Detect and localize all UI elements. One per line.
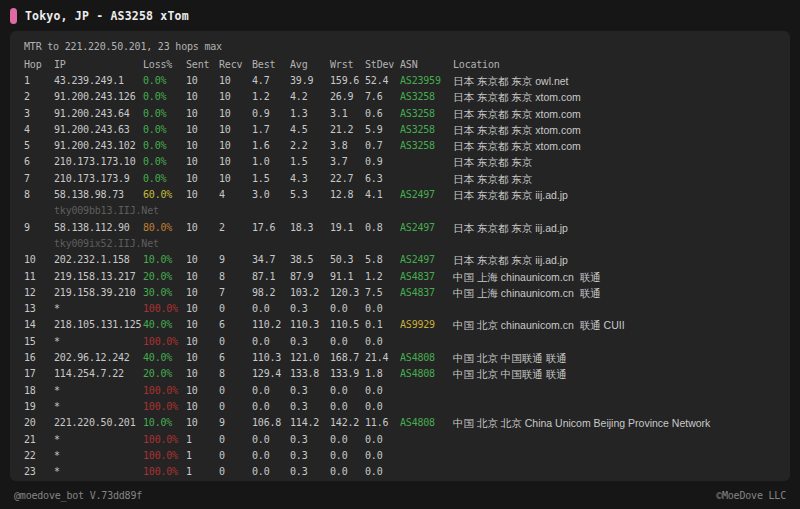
cell-best: 110.2 — [252, 317, 290, 333]
cell-hop: 17 — [24, 366, 54, 382]
cell-loc: 日本 东京都 东京 — [453, 154, 790, 170]
cell-avg: 38.5 — [290, 252, 330, 268]
cell-best: 4.7 — [252, 73, 290, 89]
cell-sent: 10 — [186, 187, 219, 203]
cell-recv: 0 — [219, 399, 252, 415]
cell-avg: 1.5 — [290, 154, 330, 170]
cell-avg: 110.3 — [290, 317, 330, 333]
cell-loss: 10.0% — [143, 252, 186, 268]
cell-loss: 20.0% — [143, 269, 186, 285]
cell-hop: 18 — [24, 383, 54, 399]
cell-recv: 0 — [219, 448, 252, 464]
cell-asn: AS2497 — [400, 220, 453, 236]
footer-copyright: ©MoeDove LLC — [716, 490, 786, 501]
table-row: 291.200.243.1260.0%10101.24.226.97.6AS32… — [24, 89, 790, 105]
cell-hop: 6 — [24, 154, 54, 170]
cell-stdev: 0.0 — [365, 464, 400, 480]
cell-wrst: 3.7 — [330, 154, 365, 170]
cell-recv: 0 — [219, 301, 252, 317]
cell-loc: 日本 东京都 东京 xtom.com — [453, 138, 790, 154]
cell-asn — [400, 301, 453, 317]
cell-avg: 2.2 — [290, 138, 330, 154]
cell-asn — [400, 383, 453, 399]
cell-hop: 4 — [24, 122, 54, 138]
cell-avg: 0.3 — [290, 334, 330, 350]
cell-avg: 87.9 — [290, 269, 330, 285]
cell-loss: 40.0% — [143, 350, 186, 366]
cell-wrst: 3.8 — [330, 138, 365, 154]
cell-stdev: 52.4 — [365, 73, 400, 89]
cell-recv: 10 — [219, 122, 252, 138]
cell-hop: 12 — [24, 285, 54, 301]
cell-asn — [400, 464, 453, 480]
cell-wrst: 0.0 — [330, 334, 365, 350]
cell-wrst: 110.5 — [330, 317, 365, 333]
cell-stdev: 5.8 — [365, 252, 400, 268]
table-row: 18*100.0%1000.00.30.00.0 — [24, 383, 790, 399]
cell-hop: 8 — [24, 187, 54, 203]
column-header-recv: Recv — [219, 56, 252, 73]
cell-sent: 10 — [186, 334, 219, 350]
cell-loc: 日本 东京都 东京 — [453, 171, 790, 187]
cell-wrst: 168.7 — [330, 350, 365, 366]
cell-wrst: 19.1 — [330, 220, 365, 236]
table-row: 143.239.249.10.0%10104.739.9159.652.4AS2… — [24, 73, 790, 89]
cell-loc: 日本 东京都 东京 xtom.com — [453, 122, 790, 138]
cell-sent: 10 — [186, 269, 219, 285]
cell-loss: 100.0% — [143, 399, 186, 415]
cell-best: 1.2 — [252, 89, 290, 105]
table-row: 17114.254.7.2220.0%108129.4133.8133.91.8… — [24, 366, 790, 382]
cell-avg: 4.5 — [290, 122, 330, 138]
table-row: 15*100.0%1000.00.30.00.0 — [24, 334, 790, 350]
cell-asn: AS9929 — [400, 317, 453, 333]
table-row: 7210.173.173.90.0%10101.54.322.76.3日本 东京… — [24, 171, 790, 187]
table-row: 11219.158.13.21720.0%10887.187.991.11.2A… — [24, 269, 790, 285]
table-body: 143.239.249.10.0%10104.739.9159.652.4AS2… — [24, 73, 790, 480]
cell-recv: 6 — [219, 317, 252, 333]
cell-stdev: 21.4 — [365, 350, 400, 366]
hostname-row: tky009bb13.IIJ.Net — [24, 203, 790, 219]
cell-loc: 中国 上海 chinaunicom.cn 联通 — [453, 285, 790, 301]
cell-loc: 中国 北京 chinaunicom.cn 联通 CUII — [453, 317, 790, 333]
cell-sent: 10 — [186, 171, 219, 187]
cell-loc: 日本 东京都 东京 owl.net — [453, 73, 790, 89]
cell-best: 17.6 — [252, 220, 290, 236]
cell-asn: AS2497 — [400, 187, 453, 203]
cell-asn: AS3258 — [400, 122, 453, 138]
cell-ip: 58.138.98.73 — [54, 187, 143, 203]
cell-ip: * — [54, 399, 143, 415]
cell-sent: 10 — [186, 415, 219, 431]
cell-loss: 100.0% — [143, 432, 186, 448]
cell-sent: 10 — [186, 138, 219, 154]
cell-avg: 1.3 — [290, 106, 330, 122]
cell-avg: 103.2 — [290, 285, 330, 301]
cell-loc — [453, 448, 790, 464]
table-row: 13*100.0%1000.00.30.00.0 — [24, 301, 790, 317]
column-header-ip: IP — [54, 56, 143, 73]
cell-avg: 114.2 — [290, 415, 330, 431]
cell-wrst: 26.9 — [330, 89, 365, 105]
cell-loc: 日本 东京都 东京 xtom.com — [453, 89, 790, 105]
cell-best: 3.0 — [252, 187, 290, 203]
table-row: 22*100.0%100.00.30.00.0 — [24, 448, 790, 464]
cell-recv: 10 — [219, 171, 252, 187]
cell-loc — [453, 334, 790, 350]
cell-recv: 0 — [219, 383, 252, 399]
cell-recv: 8 — [219, 269, 252, 285]
cell-ip: 43.239.249.1 — [54, 73, 143, 89]
cell-hop: 21 — [24, 432, 54, 448]
cell-wrst: 0.0 — [330, 464, 365, 480]
cell-best: 0.9 — [252, 106, 290, 122]
cell-best: 0.0 — [252, 383, 290, 399]
cell-stdev: 0.9 — [365, 154, 400, 170]
cell-loss: 0.0% — [143, 171, 186, 187]
cell-recv: 10 — [219, 138, 252, 154]
cell-loss: 20.0% — [143, 366, 186, 382]
cell-ip: 91.200.243.64 — [54, 106, 143, 122]
cell-hop: 16 — [24, 350, 54, 366]
cell-recv: 6 — [219, 350, 252, 366]
table-row: 20221.220.50.20110.0%109106.8114.2142.21… — [24, 415, 790, 431]
cell-best: 1.6 — [252, 138, 290, 154]
cell-avg: 0.3 — [290, 432, 330, 448]
cell-hop: 13 — [24, 301, 54, 317]
